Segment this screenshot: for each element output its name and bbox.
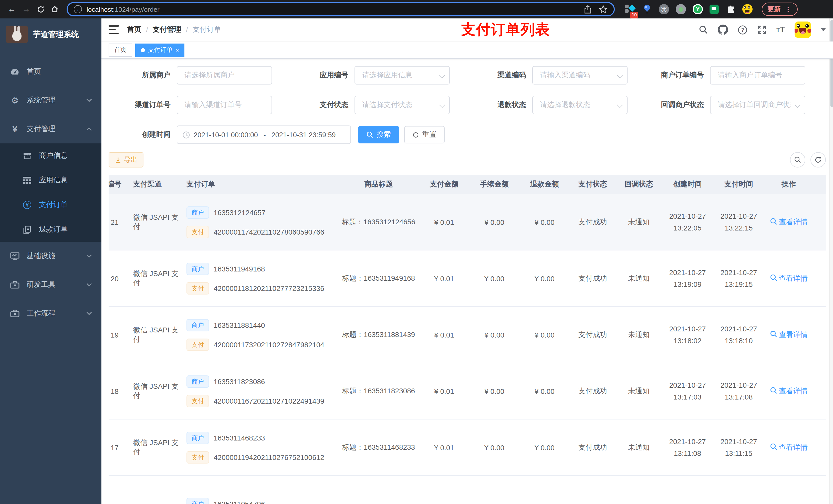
view-detail-label: 查看详情: [779, 386, 808, 396]
browser-back-icon[interactable]: ←: [5, 3, 19, 16]
magnifier-icon: [770, 330, 777, 339]
datetime-part: 2021-10-27: [669, 210, 706, 222]
user-menu-caret-icon[interactable]: [821, 28, 826, 31]
select-应用编号[interactable]: 请选择应用信息: [355, 66, 450, 85]
breadcrumb-item-支付管理[interactable]: 支付管理: [153, 25, 181, 34]
app-logo-row[interactable]: 芋道管理系统: [0, 19, 101, 50]
sidebar-item-label: 研发工具: [27, 280, 55, 289]
emoji-extension-icon[interactable]: [742, 4, 753, 14]
main-content: 所属商户请选择所属商户应用编号请选择应用信息渠道编码请输入渠道编码商户订单编号请…: [101, 59, 833, 504]
merchant-tag: 商户: [187, 375, 209, 387]
export-button[interactable]: 导出: [109, 152, 143, 167]
datetime-part: 2021-10-27: [669, 379, 706, 391]
datetime-part: 2021-10-27: [720, 267, 757, 279]
sidebar-toggle-icon[interactable]: [109, 25, 120, 34]
merchant-tag: 商户: [187, 432, 209, 444]
browser-reload-icon[interactable]: [34, 3, 47, 16]
view-detail-link[interactable]: 查看详情: [770, 217, 808, 226]
cell-notify-status: 未通知: [616, 363, 662, 419]
cell-actions: 查看详情: [764, 250, 813, 306]
url-path: :1024/pay/order: [113, 5, 160, 13]
browser-home-icon[interactable]: [48, 3, 62, 16]
yuque-extension-icon[interactable]: Y: [693, 4, 703, 14]
update-label: 更新: [767, 5, 781, 14]
datetime-part: 13:19:15: [725, 279, 753, 290]
dashboard-icon: [9, 68, 21, 76]
breadcrumb-item-首页[interactable]: 首页: [127, 25, 141, 34]
browser-update-button[interactable]: 更新 ⋮: [762, 3, 798, 16]
cell-create-time: 2021-10-2713:22:05: [662, 194, 713, 250]
select-渠道编码[interactable]: 请输入渠道编码: [532, 66, 627, 85]
sidebar-item-退款订单[interactable]: 退款订单: [0, 217, 101, 242]
cell-refund-amount: ¥ 0.00: [520, 363, 570, 419]
pinned-extension-icon[interactable]: 10: [625, 4, 635, 14]
input-商户订单编号[interactable]: 请输入商户订单编号: [710, 66, 805, 85]
sidebar-item-系统管理[interactable]: ⚙系统管理: [0, 86, 101, 115]
filter-row-1: 所属商户请选择所属商户应用编号请选择应用信息渠道编码请输入渠道编码商户订单编号请…: [109, 66, 826, 85]
cell-refund-amount: ¥ 0.00: [520, 419, 570, 475]
filter-label: 退款状态: [464, 100, 532, 110]
browser-menu-icon[interactable]: ⋮: [785, 5, 792, 13]
grid-icon: [22, 177, 33, 184]
window-scrollbar[interactable]: [829, 19, 833, 504]
input-所属商户[interactable]: 请选择所属商户: [177, 66, 272, 85]
site-info-icon[interactable]: i: [74, 5, 82, 13]
select-arrow-icon: [795, 102, 801, 108]
search-button[interactable]: 搜索: [358, 126, 399, 143]
sidebar-item-基础设施[interactable]: 基础设施: [0, 242, 101, 270]
select-回调商户状态[interactable]: 请选择订单回调商户状态: [710, 96, 805, 114]
select-支付状态[interactable]: 请选择支付状态: [355, 96, 450, 114]
create-time-range-input[interactable]: 2021-10-01 00:00:00 - 2021-10-31 23:59:5…: [177, 125, 351, 144]
fullscreen-icon[interactable]: [757, 25, 767, 34]
bookmark-star-icon[interactable]: [599, 5, 608, 14]
puzzle-extensions-icon[interactable]: [725, 4, 736, 14]
tag-view-tab-首页[interactable]: 首页: [109, 43, 132, 56]
cell-pay-order-nos: 商户1635311881440支付42000011732021102728479…: [185, 307, 338, 363]
tag-view-tab-支付订单[interactable]: 支付订单×: [135, 43, 185, 56]
share-icon[interactable]: [584, 5, 592, 14]
browser-forward-icon[interactable]: →: [20, 3, 33, 16]
order-no-line: 支付4200001174202110278060590766: [187, 225, 324, 238]
sidebar-item-支付订单[interactable]: ¥支付订单: [0, 193, 101, 217]
command-extension-icon[interactable]: ⌘: [659, 4, 669, 14]
cell-fee-amount: ¥ 0.00: [469, 250, 520, 306]
cell-pay-status: 支付成功: [570, 363, 616, 419]
sidebar-item-支付管理[interactable]: ¥支付管理: [0, 115, 101, 143]
sidebar-item-研发工具[interactable]: 研发工具: [0, 270, 101, 299]
cell-goods-title: 标题：1635311823086: [338, 363, 419, 419]
sidebar-item-首页[interactable]: 首页: [0, 57, 101, 86]
page-title: 支付订单列表: [342, 20, 669, 40]
cell-id: 18: [109, 363, 131, 419]
view-detail-link[interactable]: 查看详情: [770, 274, 808, 283]
view-detail-link[interactable]: 查看详情: [770, 443, 808, 452]
sidebar-item-工作流程[interactable]: 工作流程: [0, 299, 101, 328]
font-size-icon[interactable]: TT: [777, 25, 785, 34]
view-detail-link[interactable]: 查看详情: [770, 386, 808, 396]
search-icon[interactable]: [699, 25, 708, 34]
chat-extension-icon[interactable]: [710, 5, 719, 14]
cell-pay-channel: [131, 476, 185, 504]
address-bar[interactable]: i localhost:1024/pay/order: [67, 2, 615, 16]
user-avatar[interactable]: [794, 22, 811, 38]
refresh-table-button[interactable]: [810, 152, 826, 167]
cell-pay-channel: 微信 JSAPI 支付: [131, 363, 185, 419]
select-arrow-icon: [617, 72, 623, 78]
github-icon[interactable]: [718, 25, 728, 35]
input-渠道订单号[interactable]: 请输入渠道订单号: [177, 96, 272, 114]
cell-goods-title: 标题：1635312124656: [338, 194, 419, 250]
tab-close-icon[interactable]: ×: [176, 47, 179, 53]
reset-button[interactable]: 重置: [404, 126, 445, 143]
sidebar-item-应用信息[interactable]: 应用信息: [0, 168, 101, 193]
order-no-line: 商户1635311468233: [187, 432, 265, 444]
scrollbar-thumb[interactable]: [830, 20, 833, 107]
help-doc-icon[interactable]: ?: [738, 25, 748, 34]
select-退款状态[interactable]: 请选择退款状态: [532, 96, 627, 114]
order-number: 4200001181202110277723215336: [214, 284, 324, 292]
pay-tag: 支付: [187, 225, 209, 238]
recorder-extension-icon[interactable]: [676, 4, 686, 14]
view-detail-link[interactable]: 查看详情: [770, 330, 808, 339]
balloon-extension-icon[interactable]: [642, 4, 652, 14]
datetime-part: 13:19:09: [674, 279, 701, 290]
sidebar-item-商户信息[interactable]: 商户信息: [0, 143, 101, 168]
show-search-toggle-button[interactable]: [790, 152, 805, 167]
